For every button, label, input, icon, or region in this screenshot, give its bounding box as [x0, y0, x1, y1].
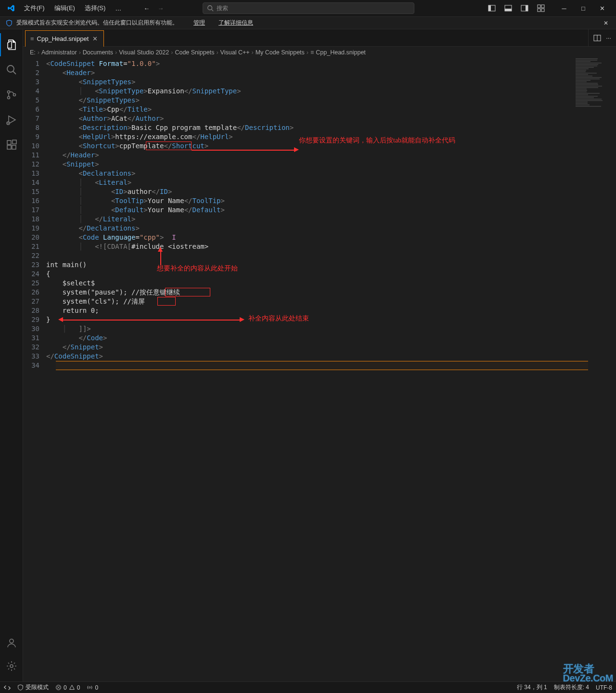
titlebar: 文件(F) 编辑(E) 选择(S) … ← → 搜索 ─ □ ✕ [0, 0, 616, 17]
sb-problems[interactable]: 0 0 [55, 684, 80, 691]
menu-edit[interactable]: 编辑(E) [51, 2, 79, 14]
banner-manage-link[interactable]: 管理 [193, 19, 205, 27]
account-icon[interactable] [0, 631, 23, 654]
search-placeholder: 搜索 [217, 4, 228, 13]
sb-restricted-mode[interactable]: 受限模式 [17, 683, 49, 692]
run-debug-icon[interactable] [0, 108, 23, 131]
split-editor-icon[interactable] [593, 34, 601, 42]
tab-close-icon[interactable]: ✕ [91, 35, 99, 42]
nav-back-icon[interactable]: ← [141, 3, 152, 14]
watermark: 开发者 DevZe.CoM [563, 664, 613, 682]
svg-point-27 [89, 687, 90, 688]
menu-overflow[interactable]: … [111, 3, 125, 14]
tabs-row: ≡ Cpp_Head.snippet ✕ ··· [23, 29, 616, 47]
source-control-icon[interactable] [0, 83, 23, 106]
banner-close-icon[interactable]: ✕ [602, 20, 610, 26]
layout-panel-bottom-icon[interactable] [502, 2, 514, 14]
svg-rect-10 [538, 9, 540, 12]
banner-learn-more-link[interactable]: 了解详细信息 [218, 19, 253, 27]
editor-area: ≡ Cpp_Head.snippet ✕ ··· E: › Administra… [23, 29, 616, 681]
svg-rect-3 [488, 5, 491, 11]
svg-rect-5 [505, 9, 512, 11]
search-icon[interactable] [0, 58, 23, 81]
svg-rect-9 [541, 5, 544, 8]
shield-icon [6, 20, 13, 26]
svg-point-22 [10, 639, 13, 643]
layout-sidebar-right-icon[interactable] [519, 2, 530, 14]
menu-file[interactable]: 文件(F) [20, 2, 49, 14]
sb-cursor-position[interactable]: 行 34，列 1 [517, 683, 547, 692]
more-actions-icon[interactable]: ··· [606, 34, 611, 41]
code-editor[interactable]: 1234567891011121314151617181920212223242… [23, 58, 616, 681]
tab-active[interactable]: ≡ Cpp_Head.snippet ✕ [25, 30, 104, 47]
svg-point-0 [208, 6, 212, 10]
svg-point-15 [7, 97, 10, 99]
svg-rect-11 [541, 9, 544, 12]
explorer-icon[interactable] [0, 33, 23, 56]
nav-forward-icon[interactable]: → [155, 3, 166, 14]
svg-rect-18 [7, 141, 11, 144]
search-input[interactable]: 搜索 [203, 2, 414, 14]
menu-select[interactable]: 选择(S) [81, 2, 109, 14]
svg-point-14 [7, 91, 10, 93]
window-close-icon[interactable]: ✕ [593, 1, 612, 15]
svg-rect-7 [526, 5, 528, 11]
sb-encoding[interactable]: UTF-8 [596, 684, 612, 691]
code-content[interactable]: <CodeSnippet Format="1.0.0"> <Header> <S… [46, 58, 616, 681]
statusbar: 受限模式 0 0 0 行 34，列 1 制表符长度: 4 UTF-8 [0, 681, 616, 693]
minimap[interactable] [576, 58, 609, 116]
remote-icon[interactable] [4, 684, 11, 691]
svg-rect-21 [13, 140, 16, 144]
svg-point-23 [10, 665, 13, 667]
banner-text: 受限模式旨在实现安全浏览代码。信任此窗口以启用所有功能。 [16, 19, 178, 27]
sb-port[interactable]: 0 [87, 684, 98, 691]
activity-bar [0, 29, 23, 681]
settings-gear-icon[interactable] [0, 654, 23, 678]
tab-label: Cpp_Head.snippet [37, 35, 89, 42]
svg-rect-19 [7, 145, 11, 149]
layout-customize-icon[interactable] [535, 2, 547, 14]
vscode-logo-icon [7, 4, 15, 13]
breadcrumb[interactable]: E: › Administrator › Documents › Visual … [23, 47, 616, 58]
svg-rect-8 [538, 5, 540, 8]
window-maximize-icon[interactable]: □ [574, 1, 593, 15]
extensions-icon[interactable] [0, 133, 23, 156]
file-icon: ≡ [30, 35, 34, 42]
sb-tab-size[interactable]: 制表符长度: 4 [554, 683, 589, 692]
layout-sidebar-left-icon[interactable] [486, 2, 498, 14]
line-gutter: 1234567891011121314151617181920212223242… [23, 58, 46, 681]
window-minimize-icon[interactable]: ─ [554, 1, 574, 15]
scrollbar-vertical[interactable] [609, 58, 616, 681]
svg-line-13 [13, 71, 16, 74]
svg-point-16 [13, 94, 15, 96]
svg-rect-20 [12, 145, 16, 149]
restricted-mode-banner: 受限模式旨在实现安全浏览代码。信任此窗口以启用所有功能。 管理 了解详细信息 ✕ [0, 17, 616, 29]
svg-point-12 [7, 65, 14, 72]
svg-line-1 [211, 10, 213, 12]
